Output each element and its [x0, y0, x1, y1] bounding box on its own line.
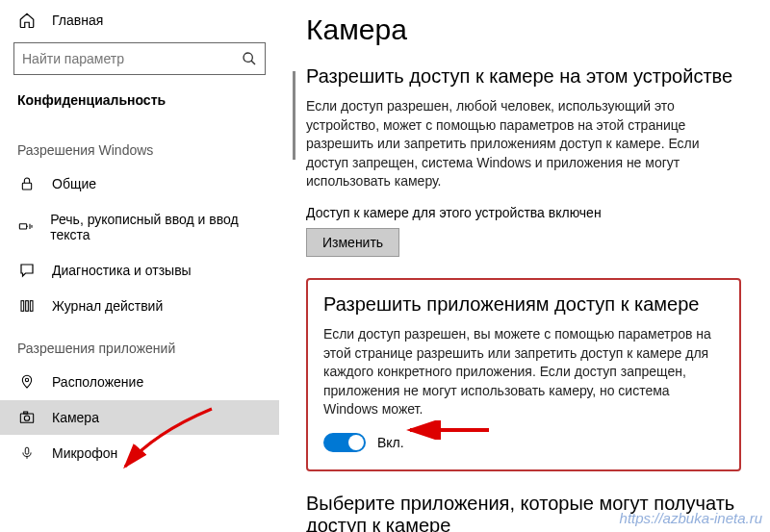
page-title: Камера: [306, 13, 741, 46]
sidebar-item-microphone[interactable]: Микрофон: [0, 435, 279, 471]
lock-icon: [17, 175, 37, 192]
sidebar: Главная Конфиденциальность Разрешения Wi…: [0, 0, 279, 532]
section-app-access-body: Если доступ разрешен, вы можете с помощь…: [323, 325, 724, 419]
sidebar-item-diagnostics[interactable]: Диагностика и отзывы: [0, 252, 279, 289]
scrollbar-thumb[interactable]: [293, 71, 295, 160]
highlight-annotation-box: Разрешить приложениям доступ к камере Ес…: [306, 278, 741, 471]
sidebar-item-label: Речь, рукописный ввод и ввод текста: [50, 212, 262, 242]
app-access-toggle[interactable]: [323, 433, 366, 452]
svg-rect-6: [30, 301, 33, 312]
section-choose-apps-heading: Выберите приложения, которые могут получ…: [306, 493, 741, 532]
search-input[interactable]: [22, 51, 242, 66]
svg-rect-11: [25, 447, 29, 454]
sidebar-item-label: Расположение: [52, 374, 143, 390]
nav-home-label: Главная: [52, 13, 103, 28]
speech-icon: [17, 219, 35, 235]
main-content: Камера Разрешить доступ к камере на этом…: [279, 0, 770, 532]
activity-icon: [17, 298, 37, 314]
svg-rect-2: [22, 183, 31, 190]
toggle-state-label: Вкл.: [377, 435, 404, 450]
svg-rect-8: [20, 414, 33, 422]
search-icon: [242, 51, 257, 66]
group-windows-permissions: Разрешения Windows: [0, 125, 279, 165]
sidebar-item-camera[interactable]: Камера: [0, 400, 279, 435]
sidebar-item-label: Общие: [52, 176, 96, 191]
section-app-access-heading: Разрешить приложениям доступ к камере: [323, 293, 724, 316]
section-title: Конфиденциальность: [0, 89, 279, 125]
sidebar-item-label: Журнал действий: [52, 298, 163, 314]
svg-point-7: [25, 378, 28, 381]
svg-rect-10: [24, 412, 28, 414]
feedback-icon: [17, 262, 37, 279]
sidebar-item-label: Диагностика и отзывы: [52, 263, 192, 278]
svg-rect-3: [19, 224, 26, 229]
location-icon: [17, 373, 37, 391]
change-button[interactable]: Изменить: [306, 228, 399, 257]
sidebar-item-speech[interactable]: Речь, рукописный ввод и ввод текста: [0, 202, 279, 252]
svg-point-9: [24, 416, 29, 420]
section-device-access-body: Если доступ разрешен, любой человек, исп…: [306, 97, 741, 191]
nav-home[interactable]: Главная: [0, 12, 279, 37]
home-icon: [17, 12, 37, 29]
svg-rect-5: [26, 301, 29, 312]
sidebar-item-location[interactable]: Расположение: [0, 364, 279, 400]
sidebar-item-activity[interactable]: Журнал действий: [0, 289, 279, 323]
svg-rect-4: [21, 301, 24, 312]
sidebar-item-label: Микрофон: [52, 445, 117, 461]
search-input-container[interactable]: [13, 42, 266, 75]
svg-point-0: [244, 53, 252, 62]
microphone-icon: [17, 444, 37, 462]
svg-line-1: [251, 61, 255, 64]
sidebar-item-label: Камера: [52, 410, 99, 425]
device-access-status: Доступ к камере для этого устройства вкл…: [306, 205, 741, 220]
section-device-access-heading: Разрешить доступ к камере на этом устрой…: [306, 65, 741, 88]
group-app-permissions: Разрешения приложений: [0, 323, 279, 364]
camera-icon: [17, 410, 37, 425]
sidebar-item-general[interactable]: Общие: [0, 165, 279, 202]
